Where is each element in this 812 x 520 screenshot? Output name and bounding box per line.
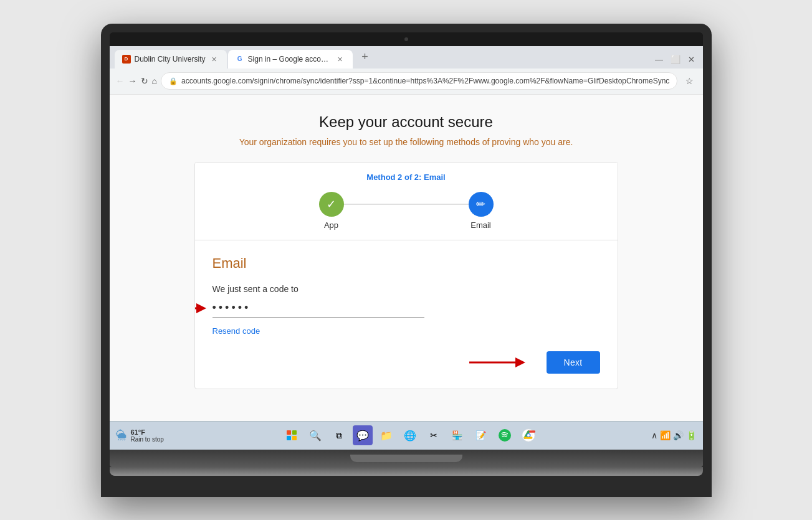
- home-button[interactable]: ⌂: [152, 72, 157, 90]
- laptop-base: [110, 450, 703, 467]
- taskbar-notepad[interactable]: 📝: [471, 425, 491, 445]
- weather-icon: 🌦: [116, 429, 127, 442]
- tab-dcu-label: Dublin City University: [135, 55, 206, 64]
- svg-point-9: [527, 434, 530, 437]
- laptop-shadow: [110, 467, 703, 476]
- laptop-screen: D Dublin City University × G Sign in – G…: [110, 32, 703, 450]
- security-card: Method 2 of 2: Email ✓ App: [194, 162, 618, 389]
- star-icon[interactable]: ⚡: [700, 73, 702, 89]
- next-button[interactable]: Next: [547, 351, 600, 374]
- method-header: Method 2 of 2: Email ✓ App: [195, 163, 618, 240]
- step-app: ✓ App: [319, 192, 344, 230]
- svg-point-4: [499, 429, 511, 442]
- tab-dcu-close[interactable]: ×: [209, 54, 219, 64]
- taskbar-windows-start[interactable]: [282, 425, 302, 445]
- google-favicon: G: [236, 55, 244, 64]
- security-page: Keep your account secure Your organizati…: [110, 95, 703, 421]
- laptop-shell: D Dublin City University × G Sign in – G…: [101, 24, 712, 497]
- tab-bar-right: — ⬜ ✕: [653, 54, 698, 69]
- svg-marker-3: [515, 357, 525, 367]
- tray-up-arrow[interactable]: ∧: [651, 430, 657, 440]
- tab-bar: D Dublin City University × G Sign in – G…: [110, 46, 703, 69]
- tab-dcu[interactable]: D Dublin City University ×: [115, 50, 227, 69]
- taskbar-snip[interactable]: ✂: [424, 425, 444, 445]
- taskbar-weather: 🌦 61°F Rain to stop: [116, 428, 164, 443]
- arrow-next-indicator: [469, 355, 525, 370]
- back-button[interactable]: ←: [116, 72, 125, 90]
- method-label: Method 2 of 2: Email: [208, 173, 605, 182]
- step-email: ✏ Email: [469, 192, 494, 230]
- restore-button[interactable]: ⬜: [669, 54, 682, 66]
- page-title: Keep your account secure: [239, 113, 573, 131]
- tray-wifi-icon[interactable]: 📶: [660, 430, 671, 440]
- page-subtitle: Your organization requires you to set up…: [239, 137, 573, 147]
- email-section: Email We just sent a code to: [195, 240, 618, 389]
- email-section-title: Email: [213, 255, 600, 272]
- tab-google[interactable]: G Sign in – Google accounts ×: [228, 50, 353, 69]
- tab-google-close[interactable]: ×: [335, 54, 345, 64]
- minimize-button[interactable]: —: [653, 54, 666, 66]
- taskbar-spotify[interactable]: [495, 425, 515, 445]
- step-app-label: App: [324, 220, 338, 230]
- lock-icon: 🔒: [169, 77, 178, 85]
- taskbar-search[interactable]: 🔍: [305, 425, 325, 445]
- screen-bezel-top: [110, 32, 703, 46]
- taskbar-explorer[interactable]: 📁: [376, 425, 396, 445]
- windows-logo-icon: [287, 430, 297, 440]
- arrow-left-indicator: [194, 301, 206, 316]
- dcu-favicon: D: [122, 55, 131, 64]
- browser-window: D Dublin City University × G Sign in – G…: [110, 46, 703, 450]
- code-input-row: [213, 299, 600, 318]
- taskbar-edge[interactable]: 🌐: [400, 425, 420, 445]
- camera-dot: [404, 37, 408, 41]
- method-steps: ✓ App ✏ Email: [208, 192, 605, 230]
- toolbar-right: ☆ ⚡ 🧩 ⋮: [681, 73, 702, 89]
- step-email-circle: ✏: [469, 192, 494, 217]
- svg-marker-1: [196, 303, 206, 313]
- step-app-circle: ✓: [319, 192, 344, 217]
- url-text: accounts.google.com/signin/chrome/sync/i…: [181, 77, 669, 85]
- close-button[interactable]: ✕: [685, 54, 698, 66]
- laptop-notch: [350, 455, 462, 462]
- reload-button[interactable]: ↻: [141, 72, 148, 90]
- taskbar-store[interactable]: 🏪: [447, 425, 467, 445]
- taskbar: 🌦 61°F Rain to stop: [110, 421, 703, 450]
- action-row: Next: [213, 351, 600, 374]
- address-bar: ← → ↻ ⌂ 🔒 accounts.google.com/signin/chr…: [110, 69, 703, 95]
- tray-volume-icon[interactable]: 🔊: [673, 430, 684, 440]
- page-header: Keep your account secure Your organizati…: [239, 113, 573, 147]
- weather-condition: Rain to stop: [131, 436, 164, 443]
- taskbar-taskview[interactable]: ⧉: [329, 425, 349, 445]
- tab-google-label: Sign in – Google accounts: [248, 55, 332, 64]
- resend-code-link[interactable]: Resend code: [213, 326, 260, 336]
- tray-battery-icon[interactable]: 🔋: [686, 430, 697, 440]
- new-tab-button[interactable]: +: [356, 49, 374, 66]
- url-bar[interactable]: 🔒 accounts.google.com/signin/chrome/sync…: [161, 72, 677, 90]
- sent-label: We just sent a code to: [213, 284, 600, 294]
- page-content: Keep your account secure Your organizati…: [110, 95, 703, 450]
- taskbar-chat[interactable]: 💬: [353, 425, 373, 445]
- taskbar-tray: ∧ 📶 🔊 🔋: [651, 430, 697, 440]
- step-connector: [344, 204, 469, 205]
- code-input-field[interactable]: [213, 299, 424, 318]
- taskbar-center: 🔍 ⧉ 💬 📁 🌐 ✂ 🏪 📝: [169, 425, 651, 445]
- tray-icons: ∧ 📶 🔊 🔋: [651, 430, 697, 440]
- bookmark-icon[interactable]: ☆: [681, 73, 697, 89]
- weather-temp: 61°F: [131, 428, 164, 436]
- forward-button[interactable]: →: [128, 72, 137, 90]
- step-email-label: Email: [470, 220, 491, 230]
- taskbar-chrome[interactable]: [518, 425, 538, 445]
